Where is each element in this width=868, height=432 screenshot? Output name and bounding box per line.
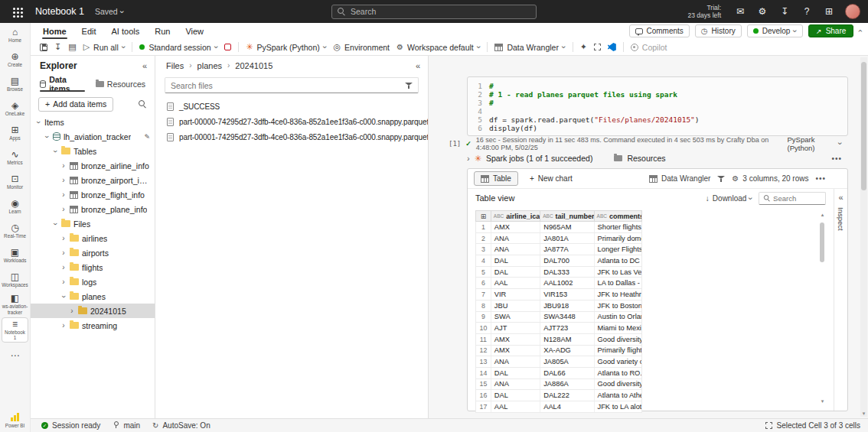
table-row[interactable]: 14DALDAL66Atlanta to RO... (475, 368, 642, 379)
table-cell[interactable]: JA886A (540, 379, 594, 390)
inspect-panel-collapsed[interactable]: « Inspect (834, 189, 847, 411)
table-cell[interactable]: AJT (491, 323, 540, 333)
expand-inspect-icon[interactable]: « (838, 193, 843, 202)
table-cell[interactable]: JFK to Boston L... (595, 300, 641, 311)
table-cell[interactable]: AAL1002 (540, 278, 594, 288)
rail-item-home[interactable]: ⌂Home (0, 23, 30, 47)
table-row[interactable]: 10AJTAJT723Miami to Mexi... (475, 323, 642, 334)
chevron-right-icon[interactable]: › (60, 191, 67, 199)
explorer-search-icon[interactable] (139, 100, 147, 109)
tab-spark-jobs[interactable]: Spark jobs (1 of 1 succeeded) (486, 154, 593, 163)
user-avatar[interactable] (845, 4, 860, 19)
collapse-explorer-icon[interactable]: « (142, 61, 147, 70)
menu-tab-run[interactable]: Run (147, 23, 178, 39)
table-cell[interactable]: LA to Dallas - ... (595, 278, 641, 288)
history-button[interactable]: ◷ History (695, 24, 742, 37)
tree-item-logs[interactable]: ›logs (31, 274, 155, 289)
data-wrangler-button[interactable]: Data Wrangler › (494, 43, 565, 52)
menu-tab-ai-tools[interactable]: AI tools (104, 23, 148, 39)
notebook-title[interactable]: Notebook 1 (35, 6, 84, 17)
table-row[interactable]: 16DALDAL222Atlanta to Athe... (475, 390, 642, 401)
new-chart-button[interactable]: + New chart (523, 171, 579, 186)
output-more-icon[interactable]: ••• (815, 174, 826, 183)
settings-gear-icon[interactable]: ⚙ (756, 6, 768, 17)
chevron-right-icon[interactable]: › (467, 154, 470, 163)
tree-item-airlines[interactable]: ›airlines (31, 231, 155, 245)
chevron-down-icon[interactable]: › (60, 294, 67, 300)
tree-item-bronze-airline-info[interactable]: ›bronze_airline_info (31, 158, 155, 173)
table-cell[interactable]: DAL222 (540, 390, 594, 401)
file-item-part-00001-74295d27-3dfb[interactable]: part-00001-74295d27-3dfb-4ce0-836a-852a1… (155, 129, 428, 145)
table-row[interactable]: 1AMXN965AMShorter flights ... (475, 222, 642, 233)
table-cell[interactable]: SWA3448 (540, 312, 594, 323)
magic-wand-icon[interactable]: ✦ (580, 42, 587, 52)
scroll-up-icon[interactable]: ▴ (819, 212, 826, 218)
collapse-ribbon-icon[interactable]: › (857, 30, 865, 33)
rail-item-power-bi[interactable]: Power BI (0, 413, 30, 432)
table-cell[interactable]: Good variety o... (595, 356, 641, 367)
chevron-right-icon[interactable]: › (60, 162, 67, 170)
table-cell[interactable]: Atlanta to Athe... (595, 390, 641, 401)
chevron-right-icon[interactable]: › (60, 264, 67, 271)
table-cell[interactable]: JFK to LA alot ... (595, 401, 641, 412)
table-cell[interactable]: AMX (491, 334, 540, 345)
table-cell[interactable]: DAL (491, 267, 540, 278)
table-cell[interactable]: AAL (491, 401, 540, 412)
tree-item-lh-aviation-tracker[interactable]: ›lh_aviation_tracker✎ (31, 129, 155, 144)
app-launcher-icon[interactable] (8, 2, 26, 21)
snapshot-frame-icon[interactable] (594, 44, 601, 50)
outline-icon[interactable]: ▤ (68, 42, 76, 52)
rail-item-workloads[interactable]: ▣Workloads (0, 243, 30, 268)
rail-item-browse[interactable]: ▤Browse (0, 72, 30, 96)
table-cell[interactable]: JBU918 (540, 300, 594, 311)
files-search-input[interactable] (171, 81, 400, 90)
table-cell[interactable]: Miami to Mexi... (595, 323, 641, 333)
feedback-icon[interactable]: ✉ (734, 6, 746, 17)
output-search-box[interactable] (759, 192, 826, 205)
notebook-scrollbar[interactable]: ▾ (860, 57, 867, 417)
tab-resources[interactable]: Resources (96, 75, 145, 93)
output-data-wrangler-button[interactable]: Data Wrangler (649, 174, 710, 183)
table-row[interactable]: 9SWASWA3448Austin to Orlan... (475, 312, 642, 323)
table-cell[interactable]: Shorter flights ... (595, 222, 641, 232)
column-header-comments[interactable]: ABCcomments (595, 211, 641, 221)
tree-item-streaming[interactable]: ›streaming (31, 318, 155, 333)
table-cell[interactable]: Austin to Orlan... (595, 312, 641, 323)
table-cell[interactable]: AJT723 (540, 323, 594, 333)
table-row[interactable]: 6AALAAL1002LA to Dallas - ... (475, 278, 642, 289)
table-row[interactable]: 13ANAJA805AGood variety o... (475, 356, 642, 368)
table-row[interactable]: 3ANAJA877ALonger Flights ... (475, 244, 642, 255)
tree-item-items[interactable]: ›Items (31, 115, 155, 129)
table-row[interactable]: 8JBUJBU918JFK to Boston L... (475, 300, 642, 312)
rail-item-apps[interactable]: ⊞Apps (0, 121, 30, 145)
workspace-selector[interactable]: ⚙ Workspace default › (396, 43, 480, 52)
table-cell[interactable]: DAL333 (540, 267, 594, 278)
chevron-down-icon[interactable]: › (51, 148, 59, 154)
add-data-items-button[interactable]: + Add data items (38, 97, 113, 112)
global-search[interactable] (331, 5, 537, 19)
table-cell[interactable]: N128AM (540, 334, 594, 345)
table-row[interactable]: 15ANAJA886AGood diversity ... (475, 379, 642, 391)
develop-button[interactable]: Develop › (747, 24, 803, 37)
table-cell[interactable]: Good diversity ... (595, 334, 641, 345)
table-cell[interactable]: AAL4 (540, 401, 594, 412)
cell-kernel-selector[interactable]: PySpark (Python) › (788, 135, 842, 152)
global-search-input[interactable] (351, 7, 530, 16)
table-cell[interactable]: AMX (491, 346, 540, 356)
rail-item-onelake[interactable]: ◈OneLake (0, 96, 30, 121)
chevron-right-icon[interactable]: › (60, 278, 67, 286)
table-cell[interactable]: VIR (491, 289, 540, 300)
scrollbar-thumb[interactable] (820, 222, 824, 262)
rail-item-notebook-1[interactable]: ≡Notebook 1 (2, 317, 28, 343)
table-cell[interactable]: JA801A (540, 233, 594, 244)
table-cell[interactable]: N965AM (540, 222, 594, 232)
chevron-right-icon[interactable]: › (60, 206, 67, 213)
breadcrumb-item-planes[interactable]: planes (197, 61, 222, 70)
language-selector[interactable]: ✳ PySpark (Python) › (246, 42, 326, 52)
session-selector[interactable]: Standard session › (139, 43, 217, 52)
chevron-right-icon[interactable]: › (60, 249, 67, 257)
column-header-tail-number[interactable]: ABCtail_number (540, 211, 594, 221)
table-cell[interactable]: JFK to Heathro... (595, 289, 641, 300)
tree-item-bronze-airport-info[interactable]: ›bronze_airport_info (31, 173, 155, 187)
tab-data-items[interactable]: Data items (40, 75, 85, 93)
